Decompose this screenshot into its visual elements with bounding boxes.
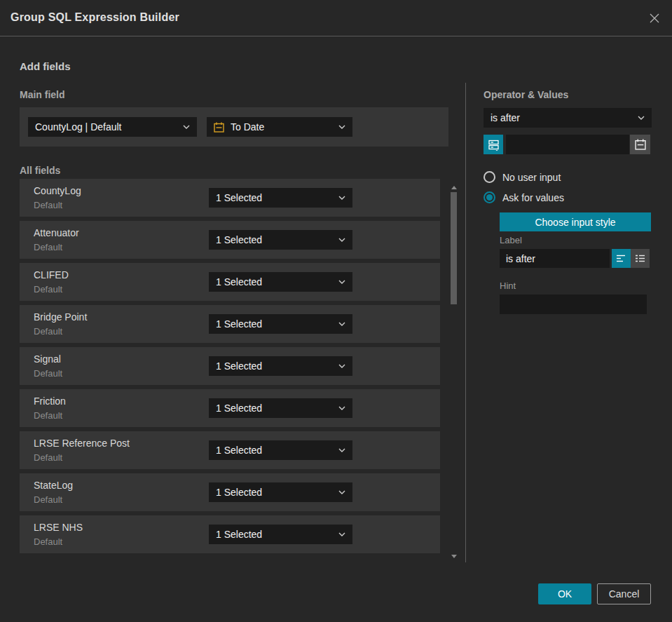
chevron-down-icon <box>338 238 345 242</box>
main-field-type-value: To Date <box>231 121 334 133</box>
field-selection-select[interactable]: 1 Selected <box>209 482 352 502</box>
field-subtitle: Default <box>34 200 62 210</box>
field-selection-select[interactable]: 1 Selected <box>209 314 352 334</box>
field-selection-select[interactable]: 1 Selected <box>209 230 352 250</box>
field-selection-select[interactable]: 1 Selected <box>209 356 352 376</box>
dialog-title: Group SQL Expression Builder <box>11 11 179 24</box>
radio-ask-for-values[interactable]: Ask for values <box>484 191 564 203</box>
field-name: Signal <box>34 353 61 365</box>
titlebar: Group SQL Expression Builder <box>0 0 672 36</box>
field-subtitle: Default <box>34 536 62 547</box>
chevron-down-icon <box>338 490 345 494</box>
field-selection-value: 1 Selected <box>216 487 334 498</box>
scrollbar-down-icon[interactable] <box>450 555 458 559</box>
label-label: Label <box>500 235 522 245</box>
all-fields-list: CountyLog Default 1 Selected Attenuator … <box>20 179 440 557</box>
choose-input-style-button[interactable]: Choose input style <box>500 212 651 231</box>
field-name: Friction <box>34 395 66 407</box>
field-subtitle: Default <box>34 368 62 379</box>
field-row: CountyLog Default 1 Selected <box>20 179 440 217</box>
ok-button[interactable]: OK <box>538 583 591 604</box>
chevron-down-icon <box>338 532 345 536</box>
field-selection-value: 1 Selected <box>216 360 334 372</box>
field-selection-value: 1 Selected <box>216 318 334 330</box>
chevron-down-icon <box>183 125 190 129</box>
field-row: CLIFED Default 1 Selected <box>20 263 440 301</box>
field-row: Attenuator Default 1 Selected <box>20 221 440 259</box>
value-input[interactable] <box>506 135 629 154</box>
chevron-down-icon <box>338 196 345 200</box>
operator-select-value: is after <box>491 112 633 123</box>
operator-values-heading: Operator & Values <box>484 89 568 100</box>
chevron-down-icon <box>338 406 345 410</box>
field-name: Attenuator <box>34 227 79 238</box>
field-subtitle: Default <box>34 452 62 463</box>
chevron-down-icon <box>638 116 645 120</box>
radio-no-user-input[interactable]: No user input <box>484 171 561 183</box>
chevron-down-icon <box>338 125 345 129</box>
field-name: LRSE Reference Post <box>34 438 130 449</box>
field-selection-value: 1 Selected <box>216 192 334 203</box>
add-fields-heading: Add fields <box>20 60 71 72</box>
field-row: LRSE NHS Default 1 Selected <box>20 515 440 553</box>
field-selection-value: 1 Selected <box>216 276 334 288</box>
field-name: Bridge Point <box>34 311 87 323</box>
field-selection-value: 1 Selected <box>216 445 334 456</box>
align-left-icon[interactable] <box>612 249 631 268</box>
field-selection-select[interactable]: 1 Selected <box>209 272 352 292</box>
field-subtitle: Default <box>34 410 62 421</box>
all-fields-heading: All fields <box>20 165 60 176</box>
field-subtitle: Default <box>34 284 62 295</box>
chevron-down-icon <box>338 322 345 326</box>
radio-label: No user input <box>502 172 561 183</box>
bullet-list-icon[interactable] <box>631 249 650 268</box>
field-name: StateLog <box>34 480 73 491</box>
field-selection-select[interactable]: 1 Selected <box>209 525 352 544</box>
field-subtitle: Default <box>34 242 62 252</box>
main-field-select-value: CountyLog | Default <box>35 121 179 133</box>
field-selection-value: 1 Selected <box>216 234 334 245</box>
field-row: Bridge Point Default 1 Selected <box>20 305 440 343</box>
label-input[interactable] <box>500 249 610 268</box>
main-field-heading: Main field <box>20 89 65 100</box>
chevron-down-icon <box>338 448 345 452</box>
field-selection-value: 1 Selected <box>216 529 334 540</box>
field-row: LRSE Reference Post Default 1 Selected <box>20 431 440 469</box>
field-name: CLIFED <box>34 269 69 280</box>
field-row: StateLog Default 1 Selected <box>20 473 440 511</box>
field-selection-select[interactable]: 1 Selected <box>209 440 352 460</box>
chevron-down-icon <box>338 280 345 284</box>
field-row: Signal Default 1 Selected <box>20 347 440 385</box>
close-icon[interactable] <box>647 11 661 25</box>
scrollbar-thumb[interactable] <box>451 192 457 304</box>
main-field-type-select[interactable]: To Date <box>207 117 352 137</box>
cancel-button[interactable]: Cancel <box>597 583 651 604</box>
field-selection-value: 1 Selected <box>216 403 334 414</box>
scrollbar-up-icon[interactable] <box>450 186 458 190</box>
field-selection-select[interactable]: 1 Selected <box>209 398 352 418</box>
hint-input[interactable] <box>500 295 647 314</box>
panel-divider <box>465 83 466 562</box>
calendar-icon <box>214 122 224 133</box>
field-subtitle: Default <box>34 326 62 337</box>
operator-select[interactable]: is after <box>484 108 652 128</box>
field-row: Friction Default 1 Selected <box>20 389 440 427</box>
field-name: CountyLog <box>34 185 81 196</box>
group-sql-expression-builder-dialog: Group SQL Expression Builder Add fields … <box>0 0 672 622</box>
field-selection-select[interactable]: 1 Selected <box>209 188 352 208</box>
main-field-row: CountyLog | Default To Date <box>20 107 448 147</box>
chevron-down-icon <box>338 364 345 368</box>
radio-icon <box>484 171 495 183</box>
field-name: LRSE NHS <box>34 522 83 533</box>
value-list-icon[interactable] <box>484 135 503 154</box>
radio-label: Ask for values <box>502 192 564 203</box>
field-subtitle: Default <box>34 494 62 505</box>
hint-label: Hint <box>500 280 516 291</box>
calendar-icon[interactable] <box>630 135 650 154</box>
radio-selected-icon <box>484 191 495 203</box>
main-field-select[interactable]: CountyLog | Default <box>28 117 197 137</box>
